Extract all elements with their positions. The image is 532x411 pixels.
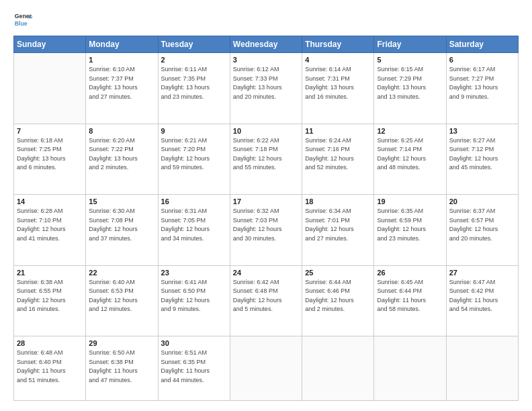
calendar-cell: 3Sunrise: 6:12 AM Sunset: 7:33 PM Daylig… [230,53,302,124]
logo: General Blue [13,10,32,29]
day-info: Sunrise: 6:50 AM Sunset: 6:38 PM Dayligh… [89,349,154,385]
weekday-header-wednesday: Wednesday [230,36,302,53]
weekday-header-friday: Friday [374,36,446,53]
calendar-cell: 30Sunrise: 6:51 AM Sunset: 6:35 PM Dayli… [158,336,230,401]
calendar-cell: 2Sunrise: 6:11 AM Sunset: 7:35 PM Daylig… [158,53,230,124]
day-info: Sunrise: 6:28 AM Sunset: 7:10 PM Dayligh… [17,207,83,243]
day-number: 19 [377,197,443,205]
day-info: Sunrise: 6:42 AM Sunset: 6:48 PM Dayligh… [233,278,299,314]
day-info: Sunrise: 6:31 AM Sunset: 7:05 PM Dayligh… [161,207,227,243]
week-row-4: 21Sunrise: 6:38 AM Sunset: 6:55 PM Dayli… [14,265,519,336]
day-number: 29 [89,339,154,347]
calendar-table: SundayMondayTuesdayWednesdayThursdayFrid… [13,36,519,401]
day-info: Sunrise: 6:10 AM Sunset: 7:37 PM Dayligh… [89,65,154,101]
day-info: Sunrise: 6:40 AM Sunset: 6:53 PM Dayligh… [89,278,154,314]
day-info: Sunrise: 6:21 AM Sunset: 7:20 PM Dayligh… [161,136,227,173]
day-info: Sunrise: 6:44 AM Sunset: 6:46 PM Dayligh… [305,278,371,314]
day-info: Sunrise: 6:17 AM Sunset: 7:27 PM Dayligh… [449,65,515,101]
day-number: 4 [305,56,371,64]
calendar-cell: 28Sunrise: 6:48 AM Sunset: 6:40 PM Dayli… [14,336,86,401]
day-number: 5 [377,56,443,64]
day-number: 6 [449,56,515,64]
calendar-cell: 26Sunrise: 6:45 AM Sunset: 6:44 PM Dayli… [374,265,446,336]
calendar-cell: 13Sunrise: 6:27 AM Sunset: 7:12 PM Dayli… [446,124,518,195]
weekday-header-row: SundayMondayTuesdayWednesdayThursdayFrid… [14,36,519,53]
weekday-header-tuesday: Tuesday [158,36,230,53]
calendar-cell [14,53,86,124]
calendar-cell: 10Sunrise: 6:22 AM Sunset: 7:18 PM Dayli… [230,124,302,195]
day-info: Sunrise: 6:48 AM Sunset: 6:40 PM Dayligh… [17,349,83,385]
calendar-cell: 19Sunrise: 6:35 AM Sunset: 6:59 PM Dayli… [374,195,446,266]
day-number: 9 [161,127,227,135]
calendar-cell: 7Sunrise: 6:18 AM Sunset: 7:25 PM Daylig… [14,124,86,195]
header: General Blue [13,10,519,29]
day-info: Sunrise: 6:25 AM Sunset: 7:14 PM Dayligh… [377,136,443,173]
calendar-cell [302,336,374,401]
calendar-cell: 11Sunrise: 6:24 AM Sunset: 7:16 PM Dayli… [302,124,374,195]
day-number: 18 [305,197,371,205]
day-number: 7 [17,127,83,135]
calendar-cell: 14Sunrise: 6:28 AM Sunset: 7:10 PM Dayli… [14,195,86,266]
day-number: 26 [377,269,443,277]
calendar-cell: 23Sunrise: 6:41 AM Sunset: 6:50 PM Dayli… [158,265,230,336]
calendar-cell: 6Sunrise: 6:17 AM Sunset: 7:27 PM Daylig… [446,53,518,124]
week-row-5: 28Sunrise: 6:48 AM Sunset: 6:40 PM Dayli… [14,336,519,401]
day-number: 13 [449,127,515,135]
day-number: 27 [449,269,515,277]
day-number: 1 [89,56,154,64]
calendar-cell: 22Sunrise: 6:40 AM Sunset: 6:53 PM Dayli… [86,265,158,336]
calendar-cell: 21Sunrise: 6:38 AM Sunset: 6:55 PM Dayli… [14,265,86,336]
day-number: 11 [305,127,371,135]
weekday-header-thursday: Thursday [302,36,374,53]
svg-text:Blue: Blue [15,20,28,27]
day-info: Sunrise: 6:18 AM Sunset: 7:25 PM Dayligh… [17,136,83,173]
day-number: 24 [233,269,299,277]
day-info: Sunrise: 6:20 AM Sunset: 7:22 PM Dayligh… [89,136,154,173]
calendar-cell: 20Sunrise: 6:37 AM Sunset: 6:57 PM Dayli… [446,195,518,266]
calendar-cell: 27Sunrise: 6:47 AM Sunset: 6:42 PM Dayli… [446,265,518,336]
calendar-cell: 29Sunrise: 6:50 AM Sunset: 6:38 PM Dayli… [86,336,158,401]
day-number: 2 [161,56,227,64]
day-info: Sunrise: 6:51 AM Sunset: 6:35 PM Dayligh… [161,349,227,385]
day-number: 25 [305,269,371,277]
day-number: 3 [233,56,299,64]
calendar-cell: 5Sunrise: 6:15 AM Sunset: 7:29 PM Daylig… [374,53,446,124]
day-number: 30 [161,339,227,347]
week-row-3: 14Sunrise: 6:28 AM Sunset: 7:10 PM Dayli… [14,195,519,266]
page: General Blue SundayMondayTuesdayWednesda… [0,0,532,411]
calendar-cell: 9Sunrise: 6:21 AM Sunset: 7:20 PM Daylig… [158,124,230,195]
day-info: Sunrise: 6:12 AM Sunset: 7:33 PM Dayligh… [233,65,299,101]
day-number: 21 [17,269,83,277]
weekday-header-monday: Monday [86,36,158,53]
day-info: Sunrise: 6:15 AM Sunset: 7:29 PM Dayligh… [377,65,443,101]
day-info: Sunrise: 6:34 AM Sunset: 7:01 PM Dayligh… [305,207,371,243]
logo-icon: General Blue [13,10,32,29]
day-info: Sunrise: 6:38 AM Sunset: 6:55 PM Dayligh… [17,278,83,314]
day-number: 8 [89,127,154,135]
day-info: Sunrise: 6:45 AM Sunset: 6:44 PM Dayligh… [377,278,443,314]
day-info: Sunrise: 6:11 AM Sunset: 7:35 PM Dayligh… [161,65,227,101]
calendar-cell: 16Sunrise: 6:31 AM Sunset: 7:05 PM Dayli… [158,195,230,266]
day-info: Sunrise: 6:41 AM Sunset: 6:50 PM Dayligh… [161,278,227,314]
day-info: Sunrise: 6:35 AM Sunset: 6:59 PM Dayligh… [377,207,443,243]
calendar-cell: 1Sunrise: 6:10 AM Sunset: 7:37 PM Daylig… [86,53,158,124]
weekday-header-sunday: Sunday [14,36,86,53]
week-row-1: 1Sunrise: 6:10 AM Sunset: 7:37 PM Daylig… [14,53,519,124]
calendar-cell: 12Sunrise: 6:25 AM Sunset: 7:14 PM Dayli… [374,124,446,195]
day-number: 16 [161,197,227,205]
week-row-2: 7Sunrise: 6:18 AM Sunset: 7:25 PM Daylig… [14,124,519,195]
day-number: 10 [233,127,299,135]
calendar-cell: 4Sunrise: 6:14 AM Sunset: 7:31 PM Daylig… [302,53,374,124]
day-info: Sunrise: 6:47 AM Sunset: 6:42 PM Dayligh… [449,278,515,314]
calendar-cell: 15Sunrise: 6:30 AM Sunset: 7:08 PM Dayli… [86,195,158,266]
calendar-cell [230,336,302,401]
day-number: 15 [89,197,154,205]
weekday-header-saturday: Saturday [446,36,518,53]
calendar-cell [374,336,446,401]
calendar-cell: 17Sunrise: 6:32 AM Sunset: 7:03 PM Dayli… [230,195,302,266]
day-number: 23 [161,269,227,277]
calendar-cell: 24Sunrise: 6:42 AM Sunset: 6:48 PM Dayli… [230,265,302,336]
calendar-cell: 18Sunrise: 6:34 AM Sunset: 7:01 PM Dayli… [302,195,374,266]
day-number: 22 [89,269,154,277]
day-info: Sunrise: 6:27 AM Sunset: 7:12 PM Dayligh… [449,136,515,173]
